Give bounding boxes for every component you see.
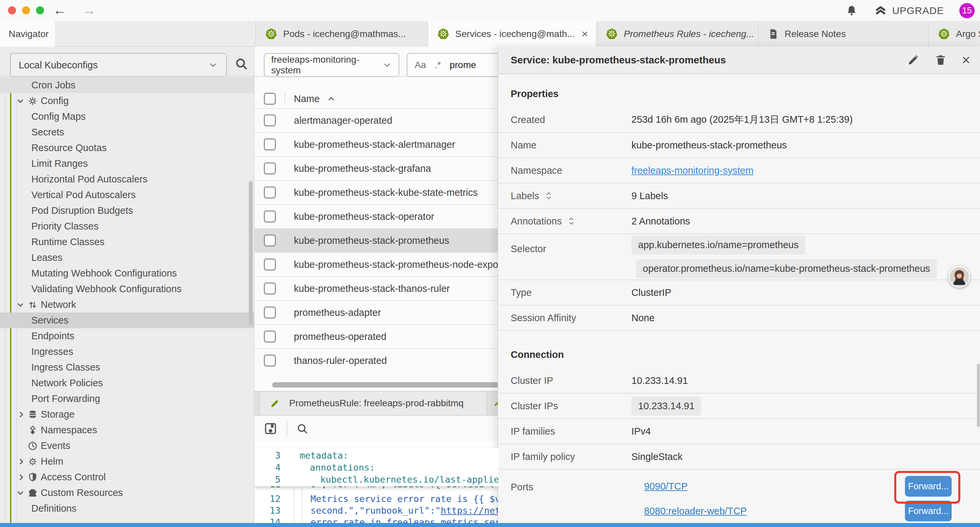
sidebar-item-helm[interactable]: Helm — [0, 454, 254, 469]
sidebar-item-network-policies[interactable]: Network Policies — [0, 375, 254, 391]
minimize-window-button[interactable] — [22, 6, 30, 14]
sidebar-item-events[interactable]: Events — [0, 438, 254, 454]
chevron-down-icon[interactable] — [15, 300, 25, 310]
name-column-header[interactable]: Name — [294, 93, 320, 104]
user-avatar[interactable] — [949, 266, 970, 288]
match-case-icon[interactable]: Aa — [415, 60, 426, 70]
tab-argo-se[interactable]: Argo Se — [929, 21, 980, 47]
sidebar-item-leases[interactable]: Leases — [0, 250, 254, 266]
sidebar-item-limit-ranges[interactable]: Limit Ranges — [0, 156, 254, 172]
edit-pencil-icon[interactable] — [906, 53, 920, 67]
sidebar-scrollbar[interactable] — [249, 181, 253, 325]
sidebar-item-config[interactable]: Config — [0, 93, 254, 109]
chevron-down-icon[interactable] — [15, 96, 25, 106]
row-checkbox[interactable] — [264, 258, 276, 271]
sidebar-item-mutating-webhook-configurations[interactable]: Mutating Webhook Configurations — [0, 266, 254, 281]
chevron-right-icon[interactable] — [15, 457, 25, 466]
row-checkbox[interactable] — [264, 355, 276, 366]
sidebar-item-priority-classes[interactable]: Priority Classes — [0, 218, 254, 234]
upgrade-button[interactable]: UPGRADE — [873, 4, 944, 18]
forward-button[interactable]: Forward... — [905, 501, 951, 521]
zoom-window-button[interactable] — [36, 6, 44, 14]
close-panel-icon[interactable]: × — [962, 53, 970, 67]
tab-release-notes[interactable]: Release Notes — [759, 21, 929, 47]
delete-trash-icon[interactable] — [934, 54, 947, 66]
row-checkbox[interactable] — [264, 234, 276, 247]
namespace-select[interactable]: freeleaps-monitoring-system — [264, 53, 399, 77]
row-checkbox[interactable] — [264, 307, 276, 318]
row-checkbox[interactable] — [264, 331, 276, 342]
sidebar-item-access-control[interactable]: Access Control — [0, 469, 254, 485]
table-row-thanos-ruler-operated[interactable]: thanos-ruler-operated — [255, 348, 498, 372]
back-arrow-icon[interactable]: ← — [52, 3, 67, 18]
details-scrollbar[interactable] — [977, 363, 980, 427]
sidebar-item-services[interactable]: Services — [0, 312, 254, 328]
chevron-down-icon[interactable] — [15, 488, 25, 498]
sidebar-item-custom-resources[interactable]: Custom Resources — [0, 485, 254, 501]
sort-updown-icon[interactable] — [544, 190, 553, 201]
close-window-button[interactable] — [8, 6, 16, 14]
table-row-kube-prometheus-stack-operator[interactable]: kube-prometheus-stack-operator — [255, 204, 498, 228]
sidebar-item-horizontal-pod-autoscalers[interactable]: Horizontal Pod Autoscalers — [0, 172, 254, 187]
port-link[interactable]: 9090/TCP — [644, 481, 688, 492]
sidebar-item-label: Validating Webhook Configurations — [31, 283, 181, 295]
editor-tab-partial[interactable] — [488, 392, 498, 415]
profile-count-badge[interactable]: 15 — [959, 3, 975, 18]
row-checkbox[interactable] — [264, 115, 276, 126]
table-row-kube-prometheus-stack-prometheus[interactable]: kube-prometheus-stack-prometheus — [255, 228, 498, 252]
sidebar-item-validating-webhook-configurations[interactable]: Validating Webhook Configurations — [0, 281, 254, 297]
notifications-bell-icon[interactable] — [845, 4, 858, 18]
regex-icon[interactable]: .* — [434, 60, 441, 70]
sidebar-item-resource-quotas[interactable]: Resource Quotas — [0, 140, 254, 156]
editor-search-icon[interactable] — [295, 422, 309, 436]
table-row-prometheus-adapter[interactable]: prometheus-adapter — [255, 300, 498, 324]
sort-updown-icon[interactable] — [567, 215, 576, 227]
sidebar-search-icon[interactable] — [234, 56, 249, 72]
chevron-right-icon[interactable] — [15, 472, 25, 482]
close-tab-icon[interactable]: × — [580, 27, 589, 40]
kubeconfig-select[interactable]: Local Kubeconfigs — [10, 53, 227, 77]
row-checkbox[interactable] — [264, 186, 276, 199]
select-all-checkbox[interactable] — [264, 93, 276, 105]
save-icon[interactable] — [263, 421, 278, 436]
port-link[interactable]: 8080:reloader-web/TCP — [644, 506, 747, 517]
namespace-link[interactable]: freeleaps-monitoring-system — [632, 165, 754, 176]
property-value: 253d 16h 6m ago (2025年1月13日 GMT+8 1:25:3… — [632, 113, 853, 126]
row-checkbox[interactable] — [264, 210, 276, 223]
table-row-prometheus-operated[interactable]: prometheus-operated — [255, 324, 498, 348]
sidebar-item-network[interactable]: Network — [0, 297, 254, 312]
sidebar-item-secrets[interactable]: Secrets — [0, 124, 254, 140]
row-checkbox[interactable] — [264, 139, 276, 150]
sidebar-item-cron-jobs[interactable]: Cron Jobs — [0, 77, 254, 93]
tab-pods-icecheng-mathmas[interactable]: Pods - icecheng@mathmas... — [256, 21, 428, 47]
row-checkbox[interactable] — [264, 282, 276, 295]
sidebar-item-runtime-classes[interactable]: Runtime Classes — [0, 234, 254, 250]
table-row-alertmanager-operated[interactable]: alertmanager-operated — [255, 108, 498, 132]
tab-navigator[interactable]: Navigator — [0, 21, 55, 47]
chevron-right-icon[interactable] — [15, 409, 25, 420]
sidebar-item-namespaces[interactable]: Namespaces — [0, 422, 254, 438]
sidebar-item-ingress-classes[interactable]: Ingress Classes — [0, 360, 254, 375]
sidebar-item-definitions[interactable]: Definitions — [0, 501, 254, 516]
sidebar-item-port-forwarding[interactable]: Port Forwarding — [0, 391, 254, 407]
table-row-kube-prometheus-stack-alertmanager[interactable]: kube-prometheus-stack-alertmanager — [255, 132, 498, 156]
table-row-kube-prometheus-stack-prometheus-node-expor[interactable]: kube-prometheus-stack-prometheus-node-ex… — [255, 252, 498, 276]
sidebar-item-vertical-pod-autoscalers[interactable]: Vertical Pod Autoscalers — [0, 187, 254, 203]
sidebar-item-storage[interactable]: Storage — [0, 407, 254, 422]
yaml-editor[interactable]: 110","for":"4m","labels":{"service": 3me… — [255, 441, 498, 523]
sidebar-item-pod-disruption-budgets[interactable]: Pod Disruption Budgets — [0, 203, 254, 218]
row-checkbox[interactable] — [264, 162, 276, 174]
filter-input[interactable]: Aa .* prome — [407, 53, 498, 77]
editor-tab-prometheusrule[interactable]: PrometheusRule: freeleaps-prod-rabbitmq — [259, 392, 487, 415]
table-row-kube-prometheus-stack-kube-state-metrics[interactable]: kube-prometheus-stack-kube-state-metrics — [255, 180, 498, 204]
sidebar-item-config-maps[interactable]: Config Maps — [0, 109, 254, 124]
tab-services-icecheng-math[interactable]: Services - icecheng@math...× — [428, 21, 597, 47]
table-row-kube-prometheus-stack-thanos-ruler[interactable]: kube-prometheus-stack-thanos-ruler — [255, 276, 498, 300]
sidebar-item-ingresses[interactable]: Ingresses — [0, 344, 254, 360]
horizontal-scrollbar[interactable] — [272, 382, 498, 388]
table-row-kube-prometheus-stack-grafana[interactable]: kube-prometheus-stack-grafana — [255, 156, 498, 180]
forward-arrow-icon[interactable]: → — [81, 3, 97, 18]
tab-prometheus-rules-icecheng[interactable]: Prometheus Rules - icecheng... — [597, 21, 759, 47]
sidebar-item-endpoints[interactable]: Endpoints — [0, 328, 254, 344]
sort-asc-icon[interactable] — [327, 96, 336, 102]
